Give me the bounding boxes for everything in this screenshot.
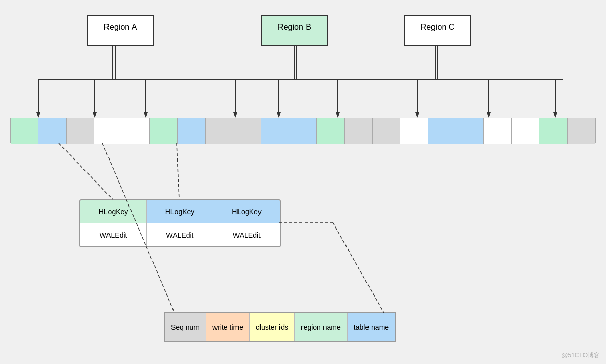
timeline-bar xyxy=(10,118,596,143)
timeline-cell-20 xyxy=(568,118,595,144)
timeline-cell-1 xyxy=(38,118,66,144)
hlog-cell-1-2: WALEdit xyxy=(213,223,280,246)
region-b-box: Region B xyxy=(261,15,328,46)
svg-line-26 xyxy=(177,143,179,199)
timeline-cell-12 xyxy=(345,118,373,144)
svg-marker-14 xyxy=(233,112,237,118)
timeline-cell-9 xyxy=(261,118,289,144)
timeline-cell-15 xyxy=(428,118,456,144)
region-b-label: Region B xyxy=(277,22,311,31)
timeline-cell-16 xyxy=(456,118,484,144)
region-c-label: Region C xyxy=(421,22,455,31)
timeline-cell-13 xyxy=(373,118,400,144)
timeline-cell-17 xyxy=(484,118,511,144)
hlog-cell-0-1: HLogKey xyxy=(147,200,213,223)
detail-cell-0: Seq num xyxy=(165,313,206,341)
hlog-cell-0-0: HLogKey xyxy=(80,200,147,223)
hlog-cell-1-1: WALEdit xyxy=(147,223,213,246)
svg-marker-16 xyxy=(277,112,281,118)
svg-marker-10 xyxy=(93,112,97,118)
svg-marker-22 xyxy=(487,112,491,118)
hlog-table: HLogKeyHLogKeyHLogKeyWALEditWALEditWALEd… xyxy=(79,199,281,247)
watermark: @51CTO博客 xyxy=(561,351,600,360)
svg-marker-18 xyxy=(336,112,340,118)
hlog-row-0: HLogKeyHLogKeyHLogKey xyxy=(80,200,280,223)
detail-table: Seq numwrite timecluster idsregion namet… xyxy=(164,312,396,342)
timeline-cell-0 xyxy=(11,118,38,144)
svg-marker-24 xyxy=(553,112,557,118)
detail-cell-3: region name xyxy=(295,313,348,341)
region-a-label: Region A xyxy=(104,22,137,31)
svg-marker-20 xyxy=(415,112,419,118)
hlog-cell-0-2: HLogKey xyxy=(213,200,280,223)
timeline-cell-6 xyxy=(178,118,205,144)
timeline-cell-10 xyxy=(289,118,317,144)
detail-cell-1: write time xyxy=(206,313,250,341)
timeline-cell-14 xyxy=(400,118,428,144)
detail-cell-2: cluster ids xyxy=(250,313,295,341)
hlog-cell-1-0: WALEdit xyxy=(80,223,147,246)
timeline-cell-3 xyxy=(94,118,122,144)
timeline-cell-2 xyxy=(67,118,94,144)
timeline-cell-7 xyxy=(206,118,233,144)
timeline-cell-11 xyxy=(317,118,344,144)
svg-line-28 xyxy=(333,222,384,313)
region-a-box: Region A xyxy=(87,15,154,46)
region-c-box: Region C xyxy=(404,15,471,46)
diagram-svg xyxy=(0,0,606,364)
detail-cell-4: table name xyxy=(348,313,395,341)
timeline-cell-19 xyxy=(539,118,567,144)
timeline-cell-18 xyxy=(512,118,539,144)
timeline-cell-4 xyxy=(122,118,150,144)
timeline-cell-8 xyxy=(233,118,261,144)
svg-marker-8 xyxy=(36,112,40,118)
hlog-row-1: WALEditWALEditWALEdit xyxy=(80,223,280,246)
timeline-cell-5 xyxy=(150,118,178,144)
diagram: Region A Region B Region C HLogKeyHLogKe… xyxy=(0,0,606,364)
svg-line-25 xyxy=(59,143,113,199)
svg-marker-12 xyxy=(144,112,148,118)
